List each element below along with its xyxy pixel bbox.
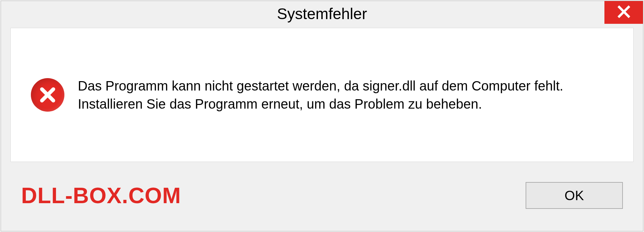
close-icon bbox=[617, 5, 631, 20]
dialog-title: Systemfehler bbox=[277, 5, 367, 23]
error-message: Das Programm kann nicht gestartet werden… bbox=[78, 77, 613, 113]
ok-button[interactable]: OK bbox=[526, 182, 623, 209]
error-icon bbox=[31, 78, 64, 112]
error-dialog: Systemfehler Das Programm kann nicht ges… bbox=[1, 1, 643, 231]
titlebar: Systemfehler bbox=[1, 1, 643, 26]
watermark-text: DLL-BOX.COM bbox=[21, 183, 181, 208]
content-panel: Das Programm kann nicht gestartet werden… bbox=[10, 28, 634, 162]
close-button[interactable] bbox=[604, 1, 643, 24]
ok-button-label: OK bbox=[565, 188, 584, 203]
dialog-footer: DLL-BOX.COM OK bbox=[1, 169, 643, 209]
